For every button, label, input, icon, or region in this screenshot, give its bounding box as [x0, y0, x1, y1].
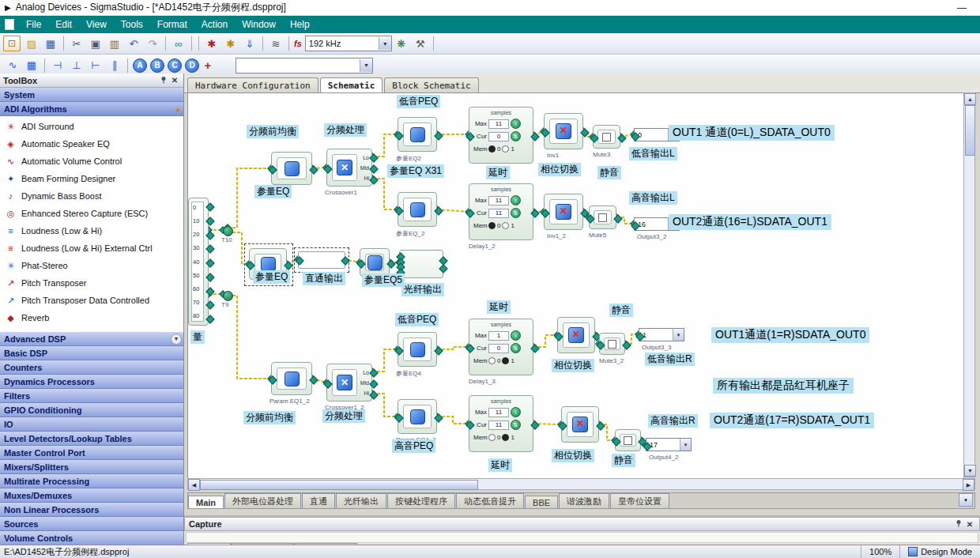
schematic-label[interactable]: 静音	[612, 454, 635, 467]
stepper-icon[interactable]: ⇅	[511, 208, 521, 218]
sheet-tab-dropdown-icon[interactable]: ▾	[959, 493, 973, 507]
toolbox-item-beam-forming-designer[interactable]: ✦Beam Forming Designer	[0, 170, 183, 187]
mem-radio[interactable]	[488, 145, 496, 153]
schematic-label[interactable]: 延时	[487, 300, 511, 314]
phase-invert-block[interactable]: ✕	[544, 194, 583, 230]
field-value[interactable]: 11	[488, 196, 509, 205]
mute-checkbox[interactable]	[608, 340, 616, 349]
mem-radio[interactable]	[488, 434, 496, 441]
phase-invert-block[interactable]: ✕	[561, 406, 599, 443]
toolbox-section-adi-algorithms[interactable]: ADI Algorithms▲	[0, 102, 183, 116]
sheet-tab-main[interactable]: Main	[188, 496, 224, 508]
input-channels-block[interactable]: 01020304050607080	[188, 198, 209, 326]
close-icon[interactable]: ✕	[169, 76, 180, 85]
menu-window[interactable]: Window	[235, 17, 283, 32]
stepper-icon[interactable]: i	[511, 407, 521, 417]
schematic-label[interactable]: 低音PEQ	[395, 313, 439, 326]
grid-toggle-icon[interactable]: ▦	[22, 57, 41, 74]
zoom-level[interactable]: 100%	[861, 545, 899, 558]
undo-icon[interactable]: ↶	[124, 35, 143, 52]
crossover-block[interactable]: ✕LoMidHi	[326, 149, 372, 187]
toolbox-section-basic-dsp[interactable]: Basic DSP	[0, 346, 183, 360]
toolbox-section-mixers-splitters[interactable]: Mixers/Splitters	[0, 460, 183, 474]
wire-mode-icon[interactable]: ∿	[3, 57, 22, 74]
output-channel-select[interactable]: 1▾	[639, 328, 684, 341]
toolbox-section-counters[interactable]: Counters	[0, 360, 183, 375]
schematic-label[interactable]: 光纤输出	[401, 283, 444, 296]
mem-radio[interactable]	[502, 434, 509, 441]
toolbox-section-master-control-port[interactable]: Master Control Port	[0, 446, 183, 460]
schematic-label[interactable]: 高音输出R	[648, 414, 698, 428]
schematic-label[interactable]: 参量EQ	[253, 270, 290, 284]
menu-help[interactable]: Help	[283, 17, 317, 32]
output-channel-select[interactable]: 17▾	[646, 438, 692, 451]
mem-radio[interactable]	[502, 145, 509, 153]
wire-label-box[interactable]	[298, 251, 345, 269]
menu-action[interactable]: Action	[194, 17, 235, 32]
eq-block[interactable]	[398, 117, 437, 152]
toolbox-item-automatic-speaker-eq[interactable]: ◈Automatic Speaker EQ	[0, 135, 183, 153]
block-schematic-view-icon[interactable]: ⊡	[3, 36, 21, 51]
scroll-down-icon[interactable]: ▼	[171, 334, 182, 345]
schematic-label[interactable]: 分频处理	[322, 409, 365, 423]
menu-view[interactable]: View	[79, 17, 114, 32]
delay-block[interactable]: samplesMax1iCur0⇅Mem01	[469, 319, 533, 375]
stepper-icon[interactable]: i	[511, 330, 521, 341]
schematic-label[interactable]: 分频前均衡	[243, 411, 296, 424]
schematic-label[interactable]: OUT2通道(17=R)SDATA_OUT1	[710, 413, 874, 428]
stepper-icon[interactable]: ⇅	[511, 131, 521, 141]
delay-block[interactable]: samplesMax11iCur0⇅Mem01	[469, 107, 533, 164]
sample-rate-select[interactable]: 192 kHz ▾	[305, 36, 392, 51]
schematic-label[interactable]: 延时	[488, 458, 512, 472]
schematic-label[interactable]: OUT2通道(16=L)SDATA_OUT1	[669, 214, 831, 230]
delay-block[interactable]: samplesMax11iCur11⇅Mem01	[469, 395, 533, 452]
toolbox-item-loudness-low-hi[interactable]: ≡Loudness (Low & Hi)	[0, 222, 183, 239]
schematic-label[interactable]: 高音输出L	[629, 191, 677, 205]
field-value[interactable]: 11	[488, 119, 509, 129]
mute-checkbox[interactable]	[602, 133, 611, 141]
schematic-label[interactable]: 相位切换	[552, 359, 594, 372]
toolbox-item-enhanced-stereo-capture-esc[interactable]: ◎Enhanced Stereo Capture (ESC)	[0, 205, 183, 222]
horizontal-scrollbar[interactable]: ◀ ▶	[187, 478, 975, 490]
toolbox-item-dynamic-bass-boost[interactable]: ♪Dynamic Bass Boost	[0, 187, 183, 205]
align-right-icon[interactable]: ⊢	[86, 57, 105, 74]
stepper-icon[interactable]: i	[511, 119, 521, 129]
eq-block[interactable]	[398, 192, 437, 227]
horizontal-scroll-thumb[interactable]	[200, 480, 478, 490]
eq-block[interactable]	[271, 362, 312, 395]
mute-block[interactable]	[615, 429, 641, 451]
scroll-right-button[interactable]: ▶	[963, 479, 974, 491]
mute-block[interactable]	[589, 205, 616, 229]
field-value[interactable]: 0	[488, 132, 509, 141]
schematic-label[interactable]: 参量EQ5	[362, 273, 405, 287]
wire[interactable]	[372, 349, 398, 371]
field-value[interactable]: 0	[488, 344, 509, 353]
toolbox-item-adi-surround[interactable]: ✳ADI Surround	[0, 118, 183, 135]
close-icon[interactable]: ✕	[964, 520, 975, 529]
mute-block[interactable]	[593, 125, 620, 149]
stepper-icon[interactable]: ⇅	[511, 343, 521, 353]
badge-a[interactable]: A	[133, 58, 147, 73]
stepper-icon[interactable]: i	[511, 195, 521, 205]
field-value[interactable]: 11	[488, 209, 509, 218]
sheet-tab-item-2[interactable]: 直通	[302, 493, 335, 508]
open-project-icon[interactable]: ▨	[22, 35, 41, 52]
toolbox-section-system[interactable]: System	[0, 88, 183, 102]
toolbox-section-advanced-dsp[interactable]: Advanced DSP▼	[0, 332, 183, 346]
delay-block[interactable]: samplesMax11iCur11⇅Mem01	[469, 183, 533, 240]
menu-file[interactable]: File	[19, 17, 48, 32]
add-icon[interactable]: +	[201, 58, 215, 72]
eq-block[interactable]	[360, 248, 390, 277]
design-mode-cell[interactable]: Design Mode	[899, 545, 980, 558]
align-left-icon[interactable]: ⊣	[48, 57, 67, 74]
toolbox-section-filters[interactable]: Filters	[0, 389, 183, 403]
pin-icon[interactable]	[158, 76, 169, 85]
badge-c[interactable]: C	[168, 58, 182, 73]
chevron-down-icon[interactable]: ▾	[673, 329, 684, 341]
schematic-label[interactable]: OUT1 通道(0=L)_SDATA_OUT0	[669, 125, 835, 141]
mem-radio[interactable]	[502, 357, 509, 364]
schematic-label[interactable]: 参量EQ X31	[387, 164, 444, 178]
tab-hardware-configuration[interactable]: Hardware Configuration	[187, 77, 318, 92]
toolbox-item-automatic-volume-control[interactable]: ∿Automatic Volume Control	[0, 153, 183, 170]
scroll-up-button[interactable]: ▲	[964, 93, 976, 105]
